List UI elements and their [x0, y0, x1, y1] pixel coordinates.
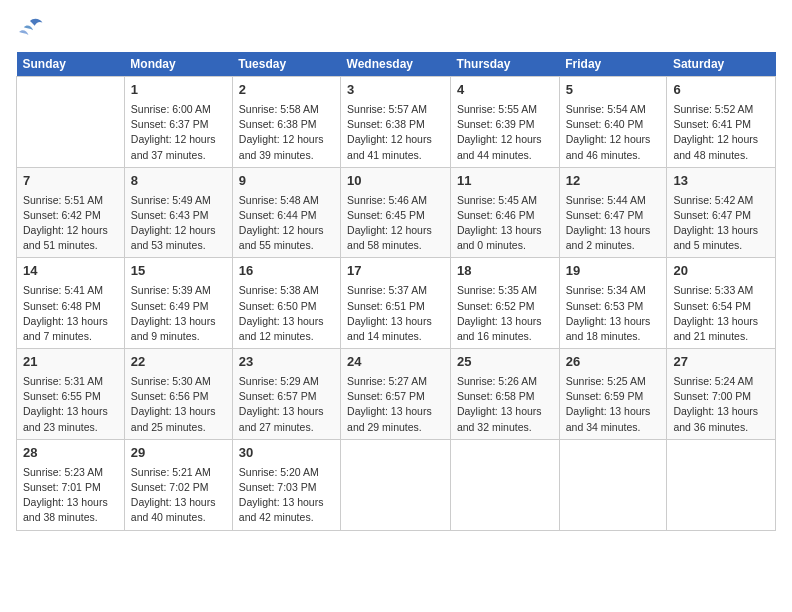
day-info: Sunrise: 5:21 AM Sunset: 7:02 PM Dayligh…	[131, 465, 226, 526]
day-info: Sunrise: 6:00 AM Sunset: 6:37 PM Dayligh…	[131, 102, 226, 163]
day-number: 30	[239, 444, 334, 463]
calendar-cell: 22Sunrise: 5:30 AM Sunset: 6:56 PM Dayli…	[124, 349, 232, 440]
calendar-body: 1Sunrise: 6:00 AM Sunset: 6:37 PM Daylig…	[17, 77, 776, 531]
calendar-cell: 15Sunrise: 5:39 AM Sunset: 6:49 PM Dayli…	[124, 258, 232, 349]
calendar-cell: 21Sunrise: 5:31 AM Sunset: 6:55 PM Dayli…	[17, 349, 125, 440]
day-info: Sunrise: 5:52 AM Sunset: 6:41 PM Dayligh…	[673, 102, 769, 163]
calendar-cell: 1Sunrise: 6:00 AM Sunset: 6:37 PM Daylig…	[124, 77, 232, 168]
day-number: 11	[457, 172, 553, 191]
calendar-week-4: 21Sunrise: 5:31 AM Sunset: 6:55 PM Dayli…	[17, 349, 776, 440]
calendar-cell: 11Sunrise: 5:45 AM Sunset: 6:46 PM Dayli…	[450, 167, 559, 258]
calendar-week-5: 28Sunrise: 5:23 AM Sunset: 7:01 PM Dayli…	[17, 439, 776, 530]
calendar-table: SundayMondayTuesdayWednesdayThursdayFrid…	[16, 52, 776, 531]
day-number: 6	[673, 81, 769, 100]
calendar-cell: 20Sunrise: 5:33 AM Sunset: 6:54 PM Dayli…	[667, 258, 776, 349]
day-number: 29	[131, 444, 226, 463]
day-info: Sunrise: 5:29 AM Sunset: 6:57 PM Dayligh…	[239, 374, 334, 435]
calendar-cell: 5Sunrise: 5:54 AM Sunset: 6:40 PM Daylig…	[559, 77, 667, 168]
day-info: Sunrise: 5:35 AM Sunset: 6:52 PM Dayligh…	[457, 283, 553, 344]
day-number: 24	[347, 353, 444, 372]
calendar-cell: 13Sunrise: 5:42 AM Sunset: 6:47 PM Dayli…	[667, 167, 776, 258]
calendar-cell: 8Sunrise: 5:49 AM Sunset: 6:43 PM Daylig…	[124, 167, 232, 258]
day-info: Sunrise: 5:58 AM Sunset: 6:38 PM Dayligh…	[239, 102, 334, 163]
calendar-cell: 3Sunrise: 5:57 AM Sunset: 6:38 PM Daylig…	[341, 77, 451, 168]
day-info: Sunrise: 5:39 AM Sunset: 6:49 PM Dayligh…	[131, 283, 226, 344]
weekday-header-monday: Monday	[124, 52, 232, 77]
calendar-cell	[17, 77, 125, 168]
day-info: Sunrise: 5:45 AM Sunset: 6:46 PM Dayligh…	[457, 193, 553, 254]
weekday-header-friday: Friday	[559, 52, 667, 77]
day-number: 14	[23, 262, 118, 281]
calendar-cell: 10Sunrise: 5:46 AM Sunset: 6:45 PM Dayli…	[341, 167, 451, 258]
calendar-cell: 14Sunrise: 5:41 AM Sunset: 6:48 PM Dayli…	[17, 258, 125, 349]
weekday-header-tuesday: Tuesday	[232, 52, 340, 77]
day-number: 23	[239, 353, 334, 372]
calendar-cell: 24Sunrise: 5:27 AM Sunset: 6:57 PM Dayli…	[341, 349, 451, 440]
calendar-cell: 19Sunrise: 5:34 AM Sunset: 6:53 PM Dayli…	[559, 258, 667, 349]
day-number: 7	[23, 172, 118, 191]
day-number: 9	[239, 172, 334, 191]
calendar-cell: 25Sunrise: 5:26 AM Sunset: 6:58 PM Dayli…	[450, 349, 559, 440]
calendar-cell: 29Sunrise: 5:21 AM Sunset: 7:02 PM Dayli…	[124, 439, 232, 530]
day-number: 13	[673, 172, 769, 191]
day-number: 21	[23, 353, 118, 372]
calendar-cell: 26Sunrise: 5:25 AM Sunset: 6:59 PM Dayli…	[559, 349, 667, 440]
weekday-header-thursday: Thursday	[450, 52, 559, 77]
page-header	[16, 16, 776, 40]
calendar-week-1: 1Sunrise: 6:00 AM Sunset: 6:37 PM Daylig…	[17, 77, 776, 168]
day-info: Sunrise: 5:55 AM Sunset: 6:39 PM Dayligh…	[457, 102, 553, 163]
day-number: 4	[457, 81, 553, 100]
calendar-cell: 12Sunrise: 5:44 AM Sunset: 6:47 PM Dayli…	[559, 167, 667, 258]
day-info: Sunrise: 5:57 AM Sunset: 6:38 PM Dayligh…	[347, 102, 444, 163]
day-info: Sunrise: 5:48 AM Sunset: 6:44 PM Dayligh…	[239, 193, 334, 254]
weekday-header-wednesday: Wednesday	[341, 52, 451, 77]
day-info: Sunrise: 5:54 AM Sunset: 6:40 PM Dayligh…	[566, 102, 661, 163]
day-number: 12	[566, 172, 661, 191]
weekday-header-saturday: Saturday	[667, 52, 776, 77]
day-info: Sunrise: 5:31 AM Sunset: 6:55 PM Dayligh…	[23, 374, 118, 435]
day-info: Sunrise: 5:27 AM Sunset: 6:57 PM Dayligh…	[347, 374, 444, 435]
calendar-cell: 17Sunrise: 5:37 AM Sunset: 6:51 PM Dayli…	[341, 258, 451, 349]
calendar-week-2: 7Sunrise: 5:51 AM Sunset: 6:42 PM Daylig…	[17, 167, 776, 258]
day-number: 22	[131, 353, 226, 372]
calendar-cell	[667, 439, 776, 530]
day-info: Sunrise: 5:25 AM Sunset: 6:59 PM Dayligh…	[566, 374, 661, 435]
day-info: Sunrise: 5:26 AM Sunset: 6:58 PM Dayligh…	[457, 374, 553, 435]
day-number: 28	[23, 444, 118, 463]
calendar-cell	[450, 439, 559, 530]
calendar-cell: 4Sunrise: 5:55 AM Sunset: 6:39 PM Daylig…	[450, 77, 559, 168]
calendar-cell: 18Sunrise: 5:35 AM Sunset: 6:52 PM Dayli…	[450, 258, 559, 349]
calendar-cell: 27Sunrise: 5:24 AM Sunset: 7:00 PM Dayli…	[667, 349, 776, 440]
calendar-header-row: SundayMondayTuesdayWednesdayThursdayFrid…	[17, 52, 776, 77]
day-number: 5	[566, 81, 661, 100]
day-info: Sunrise: 5:41 AM Sunset: 6:48 PM Dayligh…	[23, 283, 118, 344]
day-info: Sunrise: 5:38 AM Sunset: 6:50 PM Dayligh…	[239, 283, 334, 344]
day-number: 18	[457, 262, 553, 281]
calendar-week-3: 14Sunrise: 5:41 AM Sunset: 6:48 PM Dayli…	[17, 258, 776, 349]
day-number: 19	[566, 262, 661, 281]
day-info: Sunrise: 5:49 AM Sunset: 6:43 PM Dayligh…	[131, 193, 226, 254]
day-number: 8	[131, 172, 226, 191]
day-info: Sunrise: 5:33 AM Sunset: 6:54 PM Dayligh…	[673, 283, 769, 344]
day-number: 1	[131, 81, 226, 100]
day-number: 17	[347, 262, 444, 281]
day-number: 26	[566, 353, 661, 372]
day-info: Sunrise: 5:42 AM Sunset: 6:47 PM Dayligh…	[673, 193, 769, 254]
day-info: Sunrise: 5:44 AM Sunset: 6:47 PM Dayligh…	[566, 193, 661, 254]
logo	[16, 16, 48, 40]
day-info: Sunrise: 5:46 AM Sunset: 6:45 PM Dayligh…	[347, 193, 444, 254]
logo-icon	[16, 16, 44, 40]
day-number: 16	[239, 262, 334, 281]
day-info: Sunrise: 5:20 AM Sunset: 7:03 PM Dayligh…	[239, 465, 334, 526]
day-number: 15	[131, 262, 226, 281]
calendar-cell	[341, 439, 451, 530]
day-info: Sunrise: 5:34 AM Sunset: 6:53 PM Dayligh…	[566, 283, 661, 344]
day-number: 25	[457, 353, 553, 372]
calendar-cell: 30Sunrise: 5:20 AM Sunset: 7:03 PM Dayli…	[232, 439, 340, 530]
day-info: Sunrise: 5:51 AM Sunset: 6:42 PM Dayligh…	[23, 193, 118, 254]
day-info: Sunrise: 5:30 AM Sunset: 6:56 PM Dayligh…	[131, 374, 226, 435]
day-number: 20	[673, 262, 769, 281]
calendar-cell	[559, 439, 667, 530]
calendar-cell: 28Sunrise: 5:23 AM Sunset: 7:01 PM Dayli…	[17, 439, 125, 530]
calendar-cell: 23Sunrise: 5:29 AM Sunset: 6:57 PM Dayli…	[232, 349, 340, 440]
